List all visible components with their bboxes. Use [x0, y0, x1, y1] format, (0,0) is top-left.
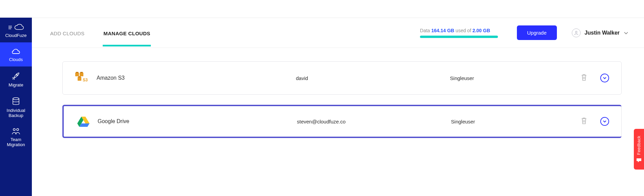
expand-cloud-button[interactable]	[600, 74, 609, 82]
sidebar-item-label: Individual Backup	[1, 108, 31, 118]
sidebar-item-brand[interactable]: CloudFuze	[0, 18, 32, 42]
sidebar: CloudFuze Clouds Migrate Individual Back…	[0, 18, 32, 196]
data-usage-used: 164.14 GB	[431, 28, 454, 33]
svg-point-4	[575, 31, 577, 33]
cloud-account: david	[296, 75, 425, 81]
sidebar-item-label: Clouds	[9, 57, 23, 62]
content: S3 Amazon S3 david Singleuser	[32, 48, 644, 138]
chevron-down-icon	[603, 76, 607, 80]
data-usage-mid: used of	[454, 28, 472, 33]
expand-cloud-button[interactable]	[600, 117, 609, 126]
main: ADD CLOUDS MANAGE CLOUDS Data 164.14 GB …	[32, 18, 644, 196]
chevron-down-icon	[603, 120, 607, 123]
svg-rect-6	[80, 73, 83, 76]
cloud-name: Google Drive	[94, 118, 297, 124]
cloud-row-amazon-s3[interactable]: S3 Amazon S3 david Singleuser	[62, 61, 622, 95]
data-usage-total: 2.00 GB	[472, 28, 490, 33]
user-menu[interactable]: Justin Walker	[572, 28, 628, 37]
cloud-row-google-drive[interactable]: Google Drive steven@cloudfuze.co Singleu…	[62, 105, 622, 138]
cloud-name: Amazon S3	[93, 75, 296, 81]
cloud-account: steven@cloudfuze.co	[297, 119, 426, 124]
chat-icon	[636, 158, 642, 163]
svg-rect-10	[78, 76, 81, 77]
svg-point-2	[13, 129, 15, 131]
cloud-list: S3 Amazon S3 david Singleuser	[62, 61, 622, 138]
data-usage-bar	[420, 36, 498, 38]
sidebar-item-individual-backup[interactable]: Individual Backup	[0, 92, 32, 122]
tabs: ADD CLOUDS MANAGE CLOUDS	[50, 18, 150, 47]
svg-rect-8	[76, 72, 78, 73]
tab-add-clouds[interactable]: ADD CLOUDS	[50, 29, 84, 36]
feedback-label: Feedback	[637, 136, 641, 155]
amazon-s3-icon: S3	[75, 71, 89, 85]
data-usage-prefix: Data	[420, 28, 431, 33]
sidebar-item-label: Team Migration	[1, 137, 31, 147]
svg-text:S3: S3	[83, 78, 88, 82]
topbar: ADD CLOUDS MANAGE CLOUDS Data 164.14 GB …	[32, 18, 644, 48]
sidebar-item-team-migration[interactable]: Team Migration	[0, 122, 32, 152]
feedback-button[interactable]: Feedback	[634, 129, 644, 170]
sidebar-item-label: Migrate	[8, 82, 23, 87]
svg-point-1	[13, 98, 19, 100]
sidebar-item-clouds[interactable]: Clouds	[0, 42, 32, 66]
logo-icon	[7, 23, 25, 31]
google-drive-icon	[77, 116, 89, 127]
user-name: Justin Walker	[585, 30, 620, 36]
svg-point-0	[17, 75, 18, 76]
avatar-icon	[572, 28, 581, 37]
cloud-type: Singleuser	[426, 119, 500, 124]
svg-rect-5	[75, 73, 79, 76]
upgrade-button[interactable]: Upgrade	[517, 25, 557, 40]
svg-rect-7	[78, 77, 81, 81]
sidebar-item-label: CloudFuze	[5, 33, 27, 38]
tab-manage-clouds[interactable]: MANAGE CLOUDS	[103, 29, 150, 36]
svg-rect-9	[80, 72, 83, 73]
cloud-icon	[11, 47, 21, 55]
sidebar-item-migrate[interactable]: Migrate	[0, 66, 32, 92]
data-usage: Data 164.14 GB used of 2.00 GB	[420, 28, 498, 38]
cloud-type: Singleuser	[425, 75, 499, 81]
delete-cloud-button[interactable]	[581, 117, 587, 126]
chevron-down-icon	[624, 31, 628, 35]
database-icon	[12, 97, 20, 106]
delete-cloud-button[interactable]	[581, 74, 587, 82]
svg-point-3	[17, 129, 19, 131]
rocket-icon	[12, 72, 20, 80]
team-icon	[11, 128, 21, 135]
